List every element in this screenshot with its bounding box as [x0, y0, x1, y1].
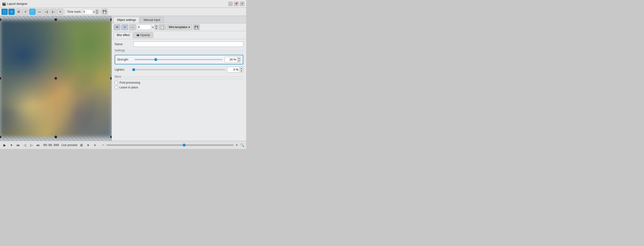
tool-hash[interactable]: #: [22, 9, 28, 15]
bars-button[interactable]: ≡: [92, 142, 98, 148]
leave-in-place-checkbox[interactable]: [115, 86, 118, 89]
clipboard-button[interactable]: 📋: [159, 24, 166, 30]
dropdown-button[interactable]: ▾: [9, 142, 14, 148]
panel-time-up[interactable]: ▲: [154, 24, 158, 27]
tool-align[interactable]: ≡: [57, 9, 64, 15]
time-mark-spin[interactable]: ▲ ▼: [96, 9, 99, 14]
tab-manual-input[interactable]: Manual input: [140, 17, 164, 23]
prev-scene-icon: ⏮: [16, 143, 20, 147]
zoom-minus-icon: −: [102, 143, 104, 147]
handle-bottom-right[interactable]: [110, 136, 112, 138]
panel-content: Name: Settings Strength: ▲ ▼: [112, 39, 246, 141]
main-toolbar: ⬚ ∿ ⊞ # ⌒ ▭ ◁| |▷ ≡ Time mark: s ▲ ▼ 💾: [0, 8, 246, 16]
tool-trim-right[interactable]: |▷: [50, 9, 56, 15]
eye-closed-icon: 👁: [116, 25, 119, 29]
handle-top-right[interactable]: [110, 18, 112, 21]
tab-opacity[interactable]: 🏔 Opacity: [134, 32, 153, 38]
strength-up[interactable]: ▲: [237, 57, 241, 60]
canvas-area[interactable]: [0, 16, 112, 141]
toolbar-separator: [65, 9, 65, 14]
tab-object-settings[interactable]: Object settings: [113, 17, 140, 23]
hash-icon: #: [24, 10, 26, 13]
zoom-minus-button[interactable]: −: [101, 143, 105, 147]
name-input[interactable]: [134, 41, 243, 47]
app-title: Layout designer: [7, 2, 28, 5]
lighten-up[interactable]: ▲: [240, 67, 243, 70]
handle-top-center[interactable]: [54, 18, 57, 21]
lighten-row: Lighten: ▲ ▼: [115, 66, 243, 73]
align-icon: ≡: [60, 10, 61, 13]
tool-rect[interactable]: ▭: [36, 9, 42, 15]
maximize-button[interactable]: □: [228, 2, 233, 6]
timeline-track[interactable]: [106, 144, 234, 146]
lighten-value-input[interactable]: [228, 67, 240, 72]
tool-select[interactable]: ⬚: [2, 9, 8, 15]
bars-icon: ≡: [94, 143, 96, 147]
time-mark-input-group: s ▲ ▼: [82, 9, 99, 14]
preview-dropdown-icon: ▾: [87, 143, 89, 147]
handle-middle-center[interactable]: [54, 77, 57, 80]
tool-trim-left[interactable]: ◁|: [43, 9, 50, 15]
arrow-tool[interactable]: ↔: [129, 24, 136, 30]
eye-open-icon: 👁: [123, 25, 126, 29]
time-mark-label: Time mark:: [67, 10, 82, 13]
more-section-label: More: [115, 75, 243, 79]
strength-value-input[interactable]: [225, 57, 237, 62]
tool-curve[interactable]: ⌒: [29, 9, 36, 15]
panel-time-down[interactable]: ▼: [154, 27, 158, 30]
title-bar-left: 🎬 Layout designer: [2, 2, 28, 6]
visibility-toggle-closed[interactable]: 👁: [114, 24, 120, 30]
post-processing-label: Post-processing: [120, 81, 140, 84]
rect-icon: ▭: [38, 10, 41, 13]
strength-slider[interactable]: [134, 59, 223, 60]
strength-label: Strength:: [117, 58, 133, 61]
play-button[interactable]: ▶: [2, 142, 7, 148]
tool-grid[interactable]: ⊞: [16, 9, 22, 15]
mini-templates-dropdown[interactable]: Mini-templates ▾: [166, 24, 192, 30]
leave-in-place-row: Leave in place: [115, 86, 243, 89]
panel-time-input[interactable]: [137, 24, 151, 30]
preview-dropdown-button[interactable]: ▾: [86, 142, 91, 148]
zoom-search-button[interactable]: 🔍: [240, 143, 244, 147]
zoom-plus-icon: +: [236, 143, 238, 147]
pin-button[interactable]: 📌: [234, 2, 238, 6]
dropdown-arrow-icon: ▾: [188, 25, 190, 29]
prev-scene-button[interactable]: ⏮: [16, 142, 21, 148]
time-mark-up[interactable]: ▲: [96, 9, 99, 12]
save-icon: 💾: [103, 10, 106, 13]
save-button[interactable]: 💾: [102, 9, 108, 15]
time-mark-input[interactable]: [82, 9, 93, 14]
handle-bottom-center[interactable]: [54, 136, 57, 138]
next-scene-button[interactable]: ⏭: [36, 142, 41, 148]
lighten-down[interactable]: ▼: [240, 70, 243, 72]
post-processing-checkbox[interactable]: [115, 81, 118, 84]
strength-spin[interactable]: ▲ ▼: [237, 57, 241, 62]
title-bar-controls: □ 📌 ✕: [228, 2, 244, 6]
strength-value-group: ▲ ▼: [225, 57, 241, 62]
panel-save-icon: 💾: [194, 25, 198, 29]
post-processing-row: Post-processing: [115, 81, 243, 84]
arrow-icon: ↔: [131, 25, 134, 29]
visibility-toggle-open[interactable]: 👁: [122, 24, 128, 30]
time-mark-down[interactable]: ▼: [96, 12, 99, 14]
zoom-plus-button[interactable]: +: [234, 143, 239, 147]
panel-save-button[interactable]: 💾: [193, 24, 200, 30]
lighten-slider[interactable]: [132, 69, 225, 70]
preview-size-button[interactable]: ⊞: [79, 142, 84, 148]
timeline-thumb[interactable]: [183, 144, 186, 147]
strength-thumb[interactable]: [154, 58, 157, 61]
strength-down[interactable]: ▼: [237, 60, 241, 62]
tool-wave[interactable]: ∿: [8, 9, 15, 15]
close-button[interactable]: ✕: [240, 2, 244, 6]
trim-left-icon: ◁|: [45, 10, 48, 13]
canvas-frame: [0, 20, 112, 137]
tab-blur-effect[interactable]: Blur effect: [114, 32, 133, 38]
handle-middle-right[interactable]: [110, 77, 112, 80]
prev-frame-button[interactable]: ◁: [22, 142, 28, 148]
panel-time-spin[interactable]: ▲ ▼: [154, 24, 158, 30]
lighten-thumb[interactable]: [132, 68, 135, 71]
next-frame-button[interactable]: ▷: [29, 142, 34, 148]
pin-icon: 📌: [234, 2, 238, 5]
lighten-spin[interactable]: ▲ ▼: [240, 67, 243, 72]
time-unit: s: [94, 10, 95, 13]
